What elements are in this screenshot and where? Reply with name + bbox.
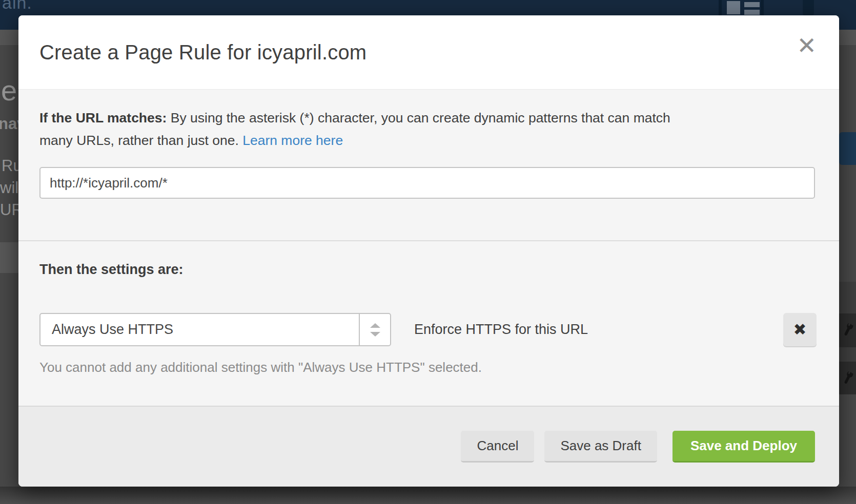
bg-table-row — [839, 313, 856, 347]
remove-setting-button[interactable]: ✖ — [783, 313, 817, 346]
page-title: Create a Page Rule for icyapril.com — [39, 41, 366, 64]
topbar-text-fragment: ain. — [2, 0, 32, 13]
cancel-button[interactable]: Cancel — [461, 431, 534, 463]
settings-heading: Then the settings are: — [39, 262, 817, 277]
wrench-icon — [839, 321, 856, 339]
create-page-rule-modal: Create a Page Rule for icyapril.com ✕ If… — [18, 15, 839, 487]
setting-select-value: Always Use HTTPS — [40, 314, 359, 345]
save-as-draft-button[interactable]: Save as Draft — [544, 431, 657, 463]
modal-footer: Cancel Save as Draft Save and Deploy — [18, 406, 839, 487]
setting-helper-text: You cannot add any additional settings w… — [39, 360, 817, 375]
url-pattern-input[interactable] — [39, 167, 815, 199]
url-match-desc-line1: By using the asterisk (*) character, you… — [171, 110, 670, 125]
bg-text-fragment: e — [1, 74, 17, 107]
topbar-small-icon — [803, 0, 814, 15]
save-and-deploy-button[interactable]: Save and Deploy — [672, 431, 815, 463]
chevron-down-icon — [370, 332, 380, 337]
grid-list-icon — [719, 0, 764, 16]
url-match-desc-line2: many URLs, rather than just one. — [39, 133, 239, 148]
wrench-icon — [839, 369, 856, 387]
url-match-label: If the URL matches: — [39, 110, 167, 125]
url-match-section: If the URL matches: By using the asteris… — [18, 90, 839, 240]
url-match-description: If the URL matches: By using the asteris… — [39, 107, 818, 152]
learn-more-link[interactable]: Learn more here — [242, 133, 343, 148]
modal-header: Create a Page Rule for icyapril.com ✕ — [18, 15, 839, 90]
bg-table-header-fragment — [0, 242, 18, 273]
setting-select[interactable]: Always Use HTTPS — [39, 313, 391, 346]
select-stepper-icon — [359, 314, 390, 345]
bg-table-row — [839, 362, 856, 394]
bg-create-rule-button-fragment — [839, 132, 856, 165]
settings-section: Then the settings are: Always Use HTTPS … — [18, 240, 839, 406]
setting-description: Enforce HTTPS for this URL — [414, 322, 588, 338]
chevron-up-icon — [370, 323, 380, 328]
close-icon[interactable]: ✕ — [797, 34, 817, 57]
background-bottom-strip — [0, 487, 856, 504]
setting-row: Always Use HTTPS Enforce HTTPS for this … — [39, 313, 817, 346]
